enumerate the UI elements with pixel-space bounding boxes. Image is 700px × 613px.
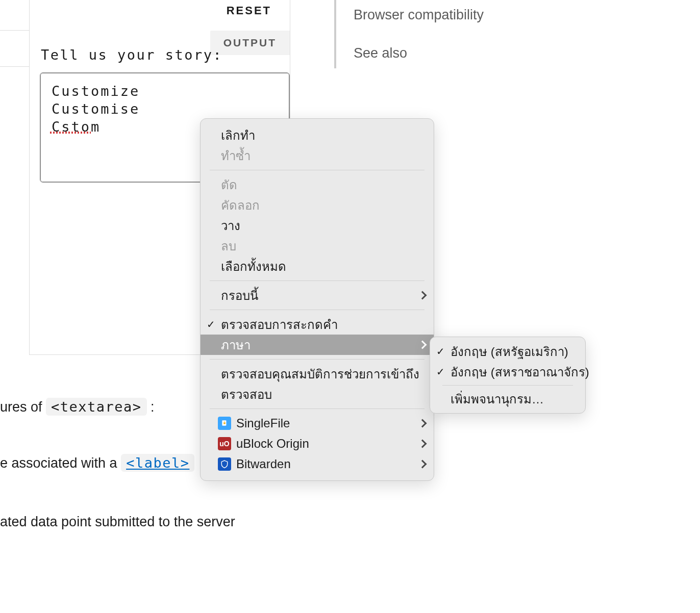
checkmark-icon: ✓ bbox=[436, 345, 445, 357]
chevron-right-icon bbox=[418, 419, 427, 428]
code-textarea: <textarea> bbox=[46, 398, 147, 416]
menu-separator bbox=[210, 359, 424, 360]
languages-submenu: ✓ อังกฤษ (สหรัฐอเมริกา) ✓ อังกฤษ (สหราชอ… bbox=[430, 337, 586, 414]
in-this-article-toc: Browser compatibility See also bbox=[334, 0, 484, 68]
menu-check-spelling[interactable]: ✓ ตรวจสอบการสะกดคำ bbox=[201, 314, 434, 335]
menu-separator bbox=[210, 170, 424, 170]
left-stub bbox=[0, 30, 29, 67]
singlefile-icon bbox=[218, 417, 231, 430]
menu-separator bbox=[210, 310, 424, 310]
chevron-right-icon bbox=[418, 291, 427, 300]
menu-paste[interactable]: วาง bbox=[201, 215, 434, 236]
prose-fragment-3: ated data point submitted to the server bbox=[0, 513, 235, 531]
menu-this-frame[interactable]: กรอบนี้ bbox=[201, 285, 434, 305]
bitwarden-icon bbox=[218, 457, 231, 471]
chevron-right-icon bbox=[418, 341, 427, 349]
code-label-link[interactable]: <label> bbox=[121, 454, 194, 472]
menu-separator bbox=[442, 385, 573, 386]
menu-delete: ลบ bbox=[201, 236, 434, 256]
menu-copy: คัดลอก bbox=[201, 195, 434, 215]
menu-inspect[interactable]: ตรวจสอบ bbox=[201, 384, 434, 404]
checkmark-icon: ✓ bbox=[436, 366, 445, 378]
story-label: Tell us your story: bbox=[41, 47, 222, 63]
menu-separator bbox=[210, 408, 424, 409]
menu-redo: ทำซ้ำ bbox=[201, 145, 434, 166]
menu-ext-bitwarden[interactable]: Bitwarden bbox=[201, 454, 434, 474]
submenu-add-dictionary[interactable]: เพิ่มพจนานุกรม… bbox=[430, 389, 585, 409]
context-menu: เลิกทำ ทำซ้ำ ตัด คัดลอก วาง ลบ เลือกทั้ง… bbox=[200, 118, 434, 481]
menu-separator bbox=[210, 280, 424, 281]
reset-button[interactable]: RESET bbox=[217, 0, 281, 21]
chevron-right-icon bbox=[418, 440, 427, 448]
ublock-icon: uO bbox=[218, 437, 231, 450]
menu-ext-singlefile[interactable]: SingleFile bbox=[201, 413, 434, 433]
menu-undo[interactable]: เลิกทำ bbox=[201, 125, 434, 145]
menu-select-all[interactable]: เลือกทั้งหมด bbox=[201, 256, 434, 276]
menu-check-accessibility[interactable]: ตรวจสอบคุณสมบัติการช่วยการเข้าถึง bbox=[201, 364, 434, 384]
checkmark-icon: ✓ bbox=[207, 318, 215, 330]
chevron-right-icon bbox=[418, 460, 427, 469]
submenu-lang-en-us[interactable]: ✓ อังกฤษ (สหรัฐอเมริกา) bbox=[430, 341, 585, 362]
submenu-lang-en-gb[interactable]: ✓ อังกฤษ (สหราชอาณาจักร) bbox=[430, 362, 585, 382]
toc-link-browser-compat[interactable]: Browser compatibility bbox=[354, 7, 484, 23]
menu-languages[interactable]: ภาษา bbox=[201, 335, 434, 355]
prose-fragment-1: ures of <textarea> : bbox=[0, 398, 155, 416]
menu-ext-ublock[interactable]: uO uBlock Origin bbox=[201, 433, 434, 454]
menu-cut: ตัด bbox=[201, 174, 434, 195]
prose-fragment-2: e associated with a <label> bbox=[0, 454, 194, 472]
toc-link-see-also[interactable]: See also bbox=[354, 45, 484, 61]
